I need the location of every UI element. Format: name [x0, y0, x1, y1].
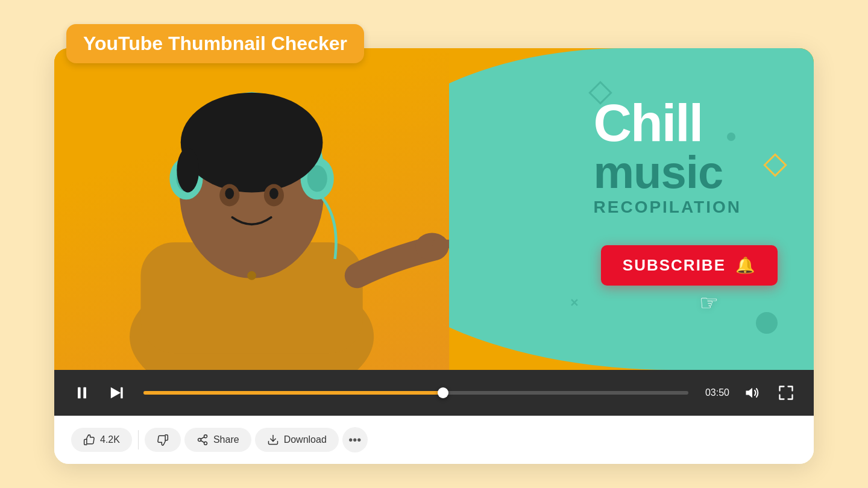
bell-icon: 🔔	[735, 256, 756, 275]
action-bar: 4.2K Share	[54, 416, 814, 464]
pause-icon	[74, 384, 90, 401]
title-badge: YouTube Thumbnail Checker	[66, 24, 364, 63]
progress-thumb[interactable]	[438, 387, 448, 398]
download-label: Download	[284, 434, 327, 445]
svg-rect-20	[121, 387, 123, 399]
dislike-button[interactable]	[145, 428, 181, 452]
svg-line-26	[201, 437, 204, 439]
share-icon	[197, 434, 209, 446]
deco-circle-bottom	[756, 312, 778, 334]
divider-like-dislike	[138, 430, 139, 449]
thumbnail-background: ✕	[54, 48, 814, 370]
thumbs-up-icon	[83, 434, 95, 446]
outer-container: YouTube Thumbnail Checker ✕	[54, 24, 814, 464]
thumbs-down-icon	[157, 434, 169, 446]
person-area	[54, 48, 449, 370]
progress-fill	[143, 391, 443, 395]
video-controls-bar: 03:50	[54, 370, 814, 416]
svg-rect-18	[83, 387, 86, 399]
progress-track[interactable]	[143, 391, 688, 395]
chill-title-line3: RECOPILATION	[594, 198, 741, 217]
svg-marker-19	[111, 387, 121, 399]
volume-icon	[744, 384, 761, 401]
more-options-button[interactable]: •••	[342, 427, 368, 452]
share-button[interactable]: Share	[184, 428, 251, 452]
svg-point-9	[177, 148, 199, 193]
svg-point-12	[225, 188, 234, 199]
svg-marker-21	[746, 388, 753, 398]
share-label: Share	[213, 434, 239, 445]
pause-button[interactable]	[71, 382, 93, 404]
chill-title-line2: music	[594, 149, 741, 195]
download-icon	[267, 434, 279, 446]
subscribe-button[interactable]: SUBSCRIBE 🔔	[601, 245, 778, 286]
svg-rect-17	[78, 387, 81, 399]
player-card: ✕	[54, 48, 814, 464]
chill-title-line1: Chill	[594, 96, 741, 149]
thumbnail-area: ✕	[54, 48, 814, 370]
subscribe-label: SUBSCRIBE	[623, 256, 726, 275]
person-svg	[54, 48, 449, 370]
time-display: 03:50	[705, 387, 729, 398]
fullscreen-button[interactable]	[775, 382, 797, 404]
svg-point-13	[269, 188, 278, 199]
like-button[interactable]: 4.2K	[71, 428, 132, 452]
more-options-icon: •••	[348, 433, 361, 447]
svg-line-25	[201, 440, 204, 442]
title-badge-text: YouTube Thumbnail Checker	[83, 33, 347, 54]
download-button[interactable]: Download	[255, 428, 339, 452]
volume-button[interactable]	[741, 382, 763, 404]
video-title-text: Chill music RECOPILATION	[594, 96, 741, 217]
next-button[interactable]	[105, 382, 127, 404]
skip-next-icon	[107, 384, 124, 401]
deco-x: ✕	[570, 296, 579, 310]
svg-point-8	[181, 93, 323, 193]
svg-rect-15	[432, 240, 449, 249]
fullscreen-icon	[778, 384, 794, 401]
cursor-hand-icon: ☞	[699, 290, 719, 316]
svg-point-16	[247, 271, 256, 280]
like-count: 4.2K	[100, 434, 120, 445]
